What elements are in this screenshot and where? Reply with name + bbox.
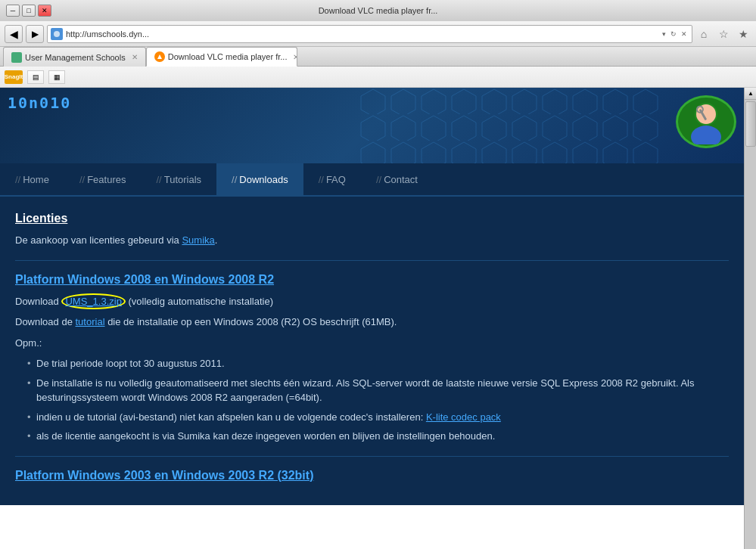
nav-features-prefix: // bbox=[79, 174, 85, 185]
title-bar: ─ □ ✕ Download VLC media player fr... bbox=[0, 0, 756, 21]
licenties-title[interactable]: Licenties bbox=[15, 212, 729, 225]
bullet-item-1: De trial periode loopt tot 30 augustus 2… bbox=[27, 356, 729, 371]
bullet-3-text-pre: indien u de tutorial (avi-bestand) niet … bbox=[36, 411, 426, 423]
minimize-button[interactable]: ─ bbox=[6, 5, 20, 17]
klite-link[interactable]: K-lite codec pack bbox=[426, 411, 501, 423]
logo-text: 10n010 bbox=[8, 94, 71, 112]
tab-vlc-close[interactable]: ✕ bbox=[293, 53, 297, 61]
tabs-bar: User Management Schools ✕ Download VLC m… bbox=[0, 47, 756, 67]
header-pattern bbox=[358, 88, 661, 163]
browser-window: ─ □ ✕ Download VLC media player fr... ◀ … bbox=[0, 0, 756, 549]
tab-vlc[interactable]: Download VLC media player fr... ✕ bbox=[146, 47, 297, 67]
address-text: http://umschools.dyn... bbox=[66, 29, 658, 39]
user-avatar bbox=[676, 95, 736, 148]
download-tutorial-line: Download de tutorial die de installatie … bbox=[15, 315, 729, 330]
tab-vlc-label: Download VLC media player fr... bbox=[168, 52, 288, 61]
nav-contact-prefix: // bbox=[376, 174, 381, 185]
sumika-link[interactable]: Sumika bbox=[182, 234, 214, 246]
svg-point-0 bbox=[54, 31, 60, 37]
tab-ums-icon bbox=[11, 52, 22, 63]
windows2003-section: Platform Windows 2003 en Windows 2003 R2… bbox=[15, 469, 729, 482]
site-navigation: // Home // Features // Tutorials // Down… bbox=[0, 163, 744, 197]
section-divider-2 bbox=[15, 456, 729, 457]
close-button[interactable]: ✕ bbox=[38, 5, 51, 17]
avatar-image bbox=[680, 99, 733, 144]
home-button[interactable]: ⌂ bbox=[695, 26, 712, 42]
nav-right-buttons: ⌂ ☆ ★ bbox=[695, 26, 751, 42]
snagit-icon[interactable]: SnagIt bbox=[5, 70, 23, 84]
toolbar-icon1[interactable]: ▤ bbox=[27, 70, 44, 84]
toolbar-icon2[interactable]: ▦ bbox=[48, 70, 65, 84]
bullet-item-4: als de licentie aangekocht is via Sumika… bbox=[27, 429, 729, 444]
nav-tutorials-prefix: // bbox=[156, 174, 161, 185]
windows2003-title[interactable]: Platform Windows 2003 en Windows 2003 R2… bbox=[15, 469, 729, 482]
nav-downloads-prefix: // bbox=[232, 174, 237, 185]
website-body: 10n010 bbox=[0, 88, 744, 549]
back-button[interactable]: ◀ bbox=[5, 25, 23, 43]
tab-ums[interactable]: User Management Schools ✕ bbox=[3, 47, 146, 67]
site-logo: 10n010 bbox=[8, 94, 71, 112]
nav-contact-label: Contact bbox=[384, 174, 418, 185]
scrollbar[interactable]: ▲ bbox=[744, 88, 756, 549]
nav-downloads-label: Downloads bbox=[239, 174, 288, 185]
nav-home-label: Home bbox=[23, 174, 49, 185]
svg-rect-3 bbox=[358, 88, 661, 163]
favorites-button[interactable]: ★ bbox=[735, 26, 751, 42]
nav-item-features[interactable]: // Features bbox=[64, 163, 142, 195]
forward-button[interactable]: ▶ bbox=[26, 25, 44, 43]
svg-point-5 bbox=[691, 126, 721, 144]
svg-marker-1 bbox=[157, 54, 162, 59]
windows2008-section: Platform Windows 2008 en Windows 2008 R2… bbox=[15, 273, 729, 444]
toolbar-bar: SnagIt ▤ ▦ bbox=[0, 67, 756, 88]
download-tutorial-post: die de installatie op een Windows 2008 (… bbox=[105, 316, 397, 327]
tutorial-link[interactable]: tutorial bbox=[76, 316, 105, 327]
opm-label: Opm.: bbox=[15, 336, 729, 351]
scrollbar-up-button[interactable]: ▲ bbox=[745, 88, 756, 100]
nav-item-downloads[interactable]: // Downloads bbox=[216, 163, 303, 195]
nav-item-tutorials[interactable]: // Tutorials bbox=[141, 163, 216, 195]
window-title: Download VLC media player fr... bbox=[67, 6, 689, 15]
site-header: 10n010 bbox=[0, 88, 744, 163]
nav-faq-prefix: // bbox=[319, 174, 324, 185]
download-zip-pre: Download bbox=[15, 296, 61, 307]
download-tutorial-pre: Download de bbox=[15, 316, 76, 327]
download-zip-line: Download UMS_1.3.zip (volledig automatis… bbox=[15, 294, 729, 309]
address-icon bbox=[51, 28, 63, 40]
navigation-bar: ◀ ▶ http://umschools.dyn... ▾ ↻ ✕ ⌂ ☆ ★ bbox=[0, 21, 756, 47]
scrollbar-thumb[interactable] bbox=[745, 101, 756, 147]
tab-ums-close[interactable]: ✕ bbox=[132, 53, 138, 61]
favorites-star-button[interactable]: ☆ bbox=[715, 26, 732, 42]
licenties-section: Licenties De aankoop van licenties gebeu… bbox=[15, 212, 729, 248]
nav-home-prefix: // bbox=[15, 174, 20, 185]
bullet-item-3: indien u de tutorial (avi-bestand) niet … bbox=[27, 410, 729, 425]
content-row: 10n010 bbox=[0, 88, 756, 549]
nav-item-contact[interactable]: // Contact bbox=[361, 163, 433, 195]
nav-faq-label: FAQ bbox=[326, 174, 346, 185]
maximize-button[interactable]: □ bbox=[22, 5, 36, 17]
windows2008-title[interactable]: Platform Windows 2008 en Windows 2008 R2 bbox=[15, 273, 729, 287]
search-go-button[interactable]: ▾ bbox=[661, 30, 667, 38]
stop-button[interactable]: ✕ bbox=[680, 30, 689, 38]
licenties-text: De aankoop van licenties gebeurd via Sum… bbox=[15, 233, 729, 248]
section-divider-1 bbox=[15, 260, 729, 261]
licenties-text-post: . bbox=[215, 234, 218, 246]
download-zip-post: (volledig automatische installatie) bbox=[126, 296, 273, 307]
bullet-item-2: De installatie is nu volledig geautomati… bbox=[27, 376, 729, 405]
address-bar[interactable]: http://umschools.dyn... ▾ ↻ ✕ bbox=[47, 25, 692, 43]
tab-ums-label: User Management Schools bbox=[25, 53, 126, 62]
address-actions: ▾ ↻ ✕ bbox=[661, 30, 689, 38]
bullet-list: De trial periode loopt tot 30 augustus 2… bbox=[15, 356, 729, 444]
licenties-text-pre: De aankoop van licenties gebeurd via bbox=[15, 234, 182, 246]
ums-zip-link[interactable]: UMS_1.3.zip bbox=[61, 293, 125, 309]
refresh-button[interactable]: ↻ bbox=[669, 30, 678, 38]
nav-features-label: Features bbox=[87, 174, 126, 185]
nav-tutorials-label: Tutorials bbox=[164, 174, 201, 185]
site-content: Licenties De aankoop van licenties gebeu… bbox=[0, 197, 744, 505]
tab-vlc-icon bbox=[154, 51, 165, 62]
nav-item-faq[interactable]: // FAQ bbox=[303, 163, 361, 195]
nav-item-home[interactable]: // Home bbox=[0, 163, 64, 195]
